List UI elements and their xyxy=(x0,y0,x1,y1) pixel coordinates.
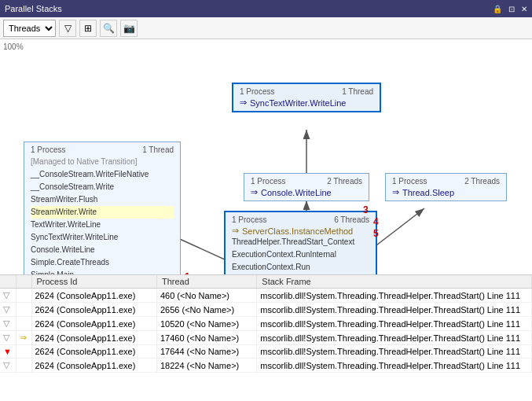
row-flag: ▽ xyxy=(0,303,16,317)
row-flag: ▽ xyxy=(0,359,16,373)
table-row[interactable]: ▼2624 (ConsoleApp11.exe)17644 (<No Name>… xyxy=(0,345,532,359)
row-flag: ▼ xyxy=(0,345,16,359)
pin-icon[interactable]: 🔒 xyxy=(493,5,502,13)
row-arrow xyxy=(16,289,31,303)
annotation-5: 5 xyxy=(373,228,379,239)
row-thread: 2656 (<No Name>) xyxy=(156,303,256,317)
svg-line-4 xyxy=(373,208,424,248)
node-mt-method: ⇒ Console.WriteLine xyxy=(251,187,362,197)
col-stack-frame: Stack Frame xyxy=(257,275,532,289)
node-mb-process: 1 Process xyxy=(232,215,266,224)
title-bar-title: Parallel Stacks xyxy=(5,4,62,13)
row-process-id: 2624 (ConsoleApp11.exe) xyxy=(31,359,156,373)
row-arrow xyxy=(16,345,31,359)
row-stack-frame: mscorlib.dll!System.Threading.ThreadHelp… xyxy=(257,359,532,373)
row-stack-frame: mscorlib.dll!System.Threading.ThreadHelp… xyxy=(257,331,532,345)
node-mb-body: ThreadHelper.ThreadStart_Context Executi… xyxy=(232,236,369,275)
table-row[interactable]: ▽2624 (ConsoleApp11.exe)18224 (<No Name>… xyxy=(0,359,532,373)
annotation-4: 4 xyxy=(373,216,379,227)
row-thread: 18224 (<No Name>) xyxy=(156,359,256,373)
table-row[interactable]: ▽2624 (ConsoleApp11.exe)460 (<No Name>)m… xyxy=(0,289,532,303)
table-header-row: Process Id Thread Stack Frame xyxy=(0,275,532,289)
row-process-id: 2624 (ConsoleApp11.exe) xyxy=(31,303,156,317)
close-icon[interactable]: ✕ xyxy=(521,5,527,13)
col-thread: Thread xyxy=(156,275,256,289)
node-right-threads: 2 Threads xyxy=(464,177,500,186)
annotation-3: 3 xyxy=(363,204,369,215)
row-flag: ▽ xyxy=(0,331,16,345)
node-left-process: 1 Process xyxy=(31,145,65,154)
col-arrow xyxy=(16,275,31,289)
node-top[interactable]: 1 Process 1 Thread ⇒ SyncTextWriter.Writ… xyxy=(232,83,381,112)
zoom-label: 100% xyxy=(3,42,24,51)
row-stack-frame: mscorlib.dll!System.Threading.ThreadHelp… xyxy=(257,345,532,359)
row-arrow xyxy=(16,303,31,317)
node-left[interactable]: 1 Process 1 Thread [Managed to Native Tr… xyxy=(24,142,181,275)
node-mt-threads: 2 Threads xyxy=(327,177,362,186)
node-mt-process: 1 Process xyxy=(251,177,285,186)
row-arrow: ⇒ xyxy=(16,331,31,345)
grid-button[interactable]: ⊞ xyxy=(79,20,97,37)
threads-dropdown[interactable]: Threads Tasks xyxy=(3,20,56,37)
table-row[interactable]: ▽2624 (ConsoleApp11.exe)10520 (<No Name>… xyxy=(0,317,532,331)
node-mb-threads: 6 Threads xyxy=(334,215,369,224)
row-process-id: 2624 (ConsoleApp11.exe) xyxy=(31,331,156,345)
row-flag: ▽ xyxy=(0,317,16,331)
node-right-method: ⇒ Thread.Sleep xyxy=(392,187,500,197)
node-top-threads: 1 Thread xyxy=(342,87,373,96)
row-arrow xyxy=(16,359,31,373)
row-arrow xyxy=(16,317,31,331)
title-bar: Parallel Stacks 🔒 ⊡ ✕ xyxy=(0,0,532,17)
node-middle-bottom[interactable]: 1 Process 6 Threads ⇒ ServerClass.Instan… xyxy=(224,211,377,275)
row-thread: 17460 (<No Name>) xyxy=(156,331,256,345)
row-stack-frame: mscorlib.dll!System.Threading.ThreadHelp… xyxy=(257,317,532,331)
node-top-method: ⇒ SyncTextWriter.WriteLine xyxy=(240,97,373,108)
main-area: 100% 1 Process 1 Thread xyxy=(0,39,532,401)
node-right[interactable]: 1 Process 2 Threads ⇒ Thread.Sleep xyxy=(385,173,507,201)
zoom-button[interactable]: 🔍 xyxy=(100,20,117,37)
node-middle-top[interactable]: 1 Process 2 Threads ⇒ Console.WriteLine xyxy=(244,173,369,201)
filter-button[interactable]: ▽ xyxy=(59,20,76,37)
row-process-id: 2624 (ConsoleApp11.exe) xyxy=(31,317,156,331)
row-thread: 460 (<No Name>) xyxy=(156,289,256,303)
row-thread: 10520 (<No Name>) xyxy=(156,317,256,331)
col-flag xyxy=(0,275,16,289)
toolbar: Threads Tasks ▽ ⊞ 🔍 📷 xyxy=(0,17,532,39)
node-left-body: [Managed to Native Transition] __Console… xyxy=(31,156,174,275)
row-process-id: 2624 (ConsoleApp11.exe) xyxy=(31,345,156,359)
graph-area: 100% 1 Process 1 Thread xyxy=(0,39,532,275)
camera-button[interactable]: 📷 xyxy=(120,20,138,37)
dock-icon[interactable]: ⊡ xyxy=(508,5,515,13)
node-left-threads: 1 Thread xyxy=(142,145,174,154)
row-thread: 17644 (<No Name>) xyxy=(156,345,256,359)
col-process-id: Process Id xyxy=(31,275,156,289)
table-row[interactable]: ▽⇒2624 (ConsoleApp11.exe)17460 (<No Name… xyxy=(0,331,532,345)
table-row[interactable]: ▽2624 (ConsoleApp11.exe)2656 (<No Name>)… xyxy=(0,303,532,317)
node-right-process: 1 Process xyxy=(392,177,427,186)
node-top-icon: ⇒ xyxy=(240,97,247,108)
node-mb-method: ⇒ ServerClass.InstanceMethod xyxy=(232,226,369,236)
threads-table: Process Id Thread Stack Frame ▽2624 (Con… xyxy=(0,275,532,373)
node-top-process: 1 Process xyxy=(240,87,274,96)
row-stack-frame: mscorlib.dll!System.Threading.ThreadHelp… xyxy=(257,303,532,317)
bottom-table: Process Id Thread Stack Frame ▽2624 (Con… xyxy=(0,275,532,401)
row-stack-frame: mscorlib.dll!System.Threading.ThreadHelp… xyxy=(257,289,532,303)
row-flag: ▽ xyxy=(0,289,16,303)
row-process-id: 2624 (ConsoleApp11.exe) xyxy=(31,289,156,303)
